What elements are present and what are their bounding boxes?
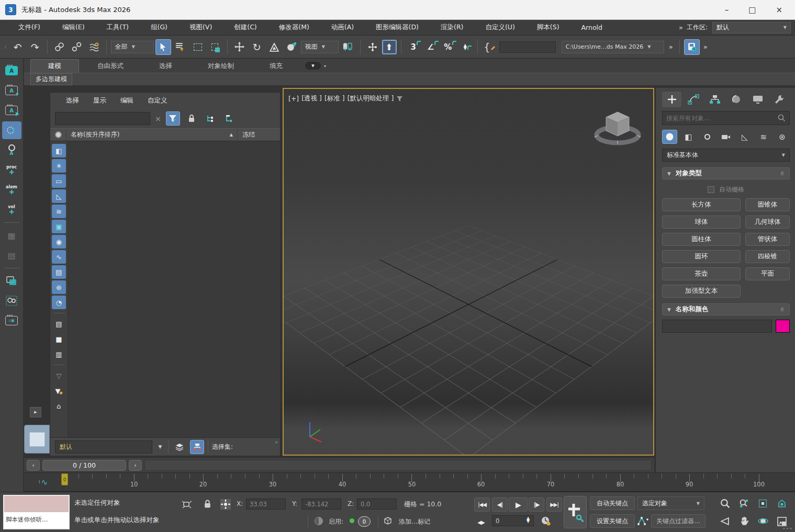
menu-rendering[interactable]: 渲染(R) bbox=[430, 23, 474, 32]
redo-button[interactable]: ↷ bbox=[27, 39, 43, 55]
isolate-selection-toggle[interactable] bbox=[180, 497, 193, 511]
clear-search-icon[interactable]: × bbox=[155, 115, 161, 123]
display-containers-toggle[interactable]: ◉ bbox=[52, 235, 66, 248]
category-lights[interactable] bbox=[700, 130, 715, 144]
detail-view-button[interactable]: ▥ bbox=[52, 347, 66, 361]
arnold-scene-window-button[interactable]: ▫▣ bbox=[2, 312, 21, 330]
tab-utilities[interactable] bbox=[769, 92, 789, 107]
key-mode-dropdown[interactable]: 选定对象▼ bbox=[637, 496, 704, 510]
viewport-layout-tab[interactable] bbox=[24, 425, 50, 454]
viewport-menu-shading[interactable]: [默认明暗处理 ] bbox=[348, 94, 394, 103]
y-coordinate-field[interactable]: -83.142 bbox=[301, 499, 341, 510]
go-to-end-button[interactable]: ▶▶| bbox=[546, 497, 562, 512]
undo-button[interactable]: ↶ bbox=[10, 39, 26, 55]
ribbon-minimize-button[interactable]: ▼ bbox=[305, 62, 321, 70]
viewport-menu-pov[interactable]: [透视 ] bbox=[301, 94, 322, 103]
zoom-all-icon[interactable] bbox=[737, 496, 751, 511]
absolute-relative-coordinate-toggle[interactable] bbox=[219, 497, 232, 511]
tab-motion[interactable] bbox=[726, 92, 746, 107]
counter-toggle[interactable]: 0 bbox=[358, 516, 371, 527]
view-cube[interactable] bbox=[590, 103, 645, 153]
autogrid-checkbox[interactable] bbox=[708, 186, 714, 193]
torus-button[interactable]: 圆环 bbox=[662, 250, 741, 263]
previous-frame-button[interactable]: ‹ bbox=[27, 460, 40, 471]
create-alembic-button[interactable]: alem✚ bbox=[2, 181, 21, 199]
toolbar-overflow2-icon[interactable]: » bbox=[703, 43, 707, 51]
selected-keys-icon[interactable] bbox=[636, 514, 650, 527]
explorer-preset-dropdown[interactable]: 默认 bbox=[55, 440, 152, 454]
minimize-button[interactable]: – bbox=[725, 5, 729, 15]
key-mode-toggle[interactable]: ◀▶ bbox=[474, 515, 488, 529]
rectangular-selection-region-button[interactable] bbox=[190, 39, 206, 55]
arnold-images-button[interactable] bbox=[2, 272, 21, 290]
tab-create[interactable] bbox=[662, 92, 681, 107]
menu-views[interactable]: 视图(V) bbox=[178, 23, 223, 32]
select-rotate-button[interactable]: ↻ bbox=[249, 39, 265, 55]
use-pivot-center-button[interactable] bbox=[340, 39, 356, 55]
named-selection-set-input[interactable] bbox=[499, 41, 556, 53]
display-groups-toggle[interactable]: ▣ bbox=[52, 220, 66, 233]
display-bones-toggle[interactable]: ∿ bbox=[52, 250, 66, 264]
time-marker[interactable]: 0 bbox=[61, 473, 68, 485]
set-keys-button[interactable] bbox=[564, 496, 587, 528]
filter-config-button[interactable]: ▼● bbox=[52, 384, 66, 398]
arnold-operator-button[interactable]: ▦ bbox=[2, 227, 21, 244]
unlink-icon[interactable] bbox=[69, 39, 85, 55]
auto-key-button[interactable]: 自动关键点 bbox=[590, 496, 635, 510]
menu-scripting[interactable]: 脚本(S) bbox=[526, 23, 570, 32]
play-animation-button[interactable]: ▶ bbox=[509, 497, 528, 512]
arnold-render-view-button[interactable]: A bbox=[2, 62, 21, 80]
object-name-input[interactable] bbox=[662, 320, 772, 333]
menu-customize[interactable]: 自定义(U) bbox=[474, 23, 525, 32]
list-view-button[interactable]: ▤ bbox=[52, 317, 66, 331]
menu-animation[interactable]: 动画(A) bbox=[320, 23, 365, 32]
menu-modifiers[interactable]: 修改器(M) bbox=[268, 23, 320, 32]
zoom-icon[interactable] bbox=[718, 496, 732, 511]
box-button[interactable]: 长方体 bbox=[662, 198, 741, 211]
next-frame-button[interactable]: › bbox=[129, 460, 142, 471]
menu-tools[interactable]: 工具(T) bbox=[96, 23, 140, 32]
category-shapes[interactable]: ◧ bbox=[681, 130, 696, 144]
category-helpers[interactable]: ◺ bbox=[737, 130, 752, 144]
blank-view-button[interactable]: ■ bbox=[52, 332, 66, 346]
explorer-search-input[interactable] bbox=[55, 112, 150, 125]
display-geometry-toggle[interactable]: ◧ bbox=[52, 144, 66, 157]
tab-modify[interactable] bbox=[684, 92, 703, 107]
previous-frame-button[interactable]: ◀‖ bbox=[492, 497, 508, 512]
maxscript-mini-listener[interactable]: 脚本迷你侦听… bbox=[3, 495, 70, 529]
category-systems[interactable]: ⊛ bbox=[775, 130, 790, 144]
menu-group[interactable]: 组(G) bbox=[140, 23, 178, 32]
zoom-extents-all-icon[interactable] bbox=[775, 496, 789, 511]
plane-button[interactable]: 平面 bbox=[745, 267, 790, 280]
keyboard-shortcut-override-toggle[interactable] bbox=[382, 40, 397, 54]
selection-filter-dropdown[interactable]: 全部▼ bbox=[111, 41, 154, 53]
display-hidden-toggle[interactable]: ◔ bbox=[52, 296, 66, 309]
viewport-filter-icon[interactable] bbox=[396, 96, 403, 102]
edit-named-selection-sets-button[interactable]: { bbox=[482, 39, 498, 55]
panel-search-input[interactable] bbox=[666, 115, 775, 122]
add-time-tag-cube-icon[interactable] bbox=[381, 514, 394, 527]
collection-button[interactable]: ⌂ bbox=[52, 399, 66, 413]
ribbon-options-icon[interactable]: ▾ bbox=[324, 64, 326, 69]
select-move-button[interactable] bbox=[232, 39, 248, 55]
listener-macro-pane[interactable] bbox=[4, 496, 69, 512]
search-icon[interactable] bbox=[778, 114, 786, 122]
expand-hierarchy-icon[interactable] bbox=[204, 111, 218, 126]
display-lights-toggle[interactable]: ☀ bbox=[52, 159, 66, 173]
explorer-menu-customize[interactable]: 自定义 bbox=[148, 96, 167, 105]
hierarchy-view-icon[interactable] bbox=[190, 440, 204, 454]
filter-button[interactable]: ▽ bbox=[52, 369, 66, 382]
pan-hand-icon[interactable] bbox=[737, 514, 751, 528]
ribbon-tab-freeform[interactable]: 自由形式 bbox=[80, 60, 141, 73]
select-object-button[interactable] bbox=[155, 39, 171, 55]
menu-graph-editors[interactable]: 图形编辑器(D) bbox=[365, 23, 430, 32]
bind-spacewarp-icon[interactable] bbox=[86, 39, 102, 55]
primitive-category-dropdown[interactable]: 标准基本体▼ bbox=[662, 149, 790, 162]
display-spacewarps-toggle[interactable]: ≋ bbox=[52, 205, 66, 218]
textplus-button[interactable]: 加强型文本 bbox=[662, 285, 741, 298]
percent-snap-toggle[interactable]: % bbox=[440, 39, 456, 55]
menu-arnold[interactable]: Arnold bbox=[570, 24, 613, 31]
arnold-operator-list-button[interactable]: ▤ bbox=[2, 246, 21, 264]
category-spacewarps[interactable]: ≋ bbox=[756, 130, 771, 144]
ribbon-tab-modeling[interactable]: 建模 bbox=[30, 59, 79, 73]
